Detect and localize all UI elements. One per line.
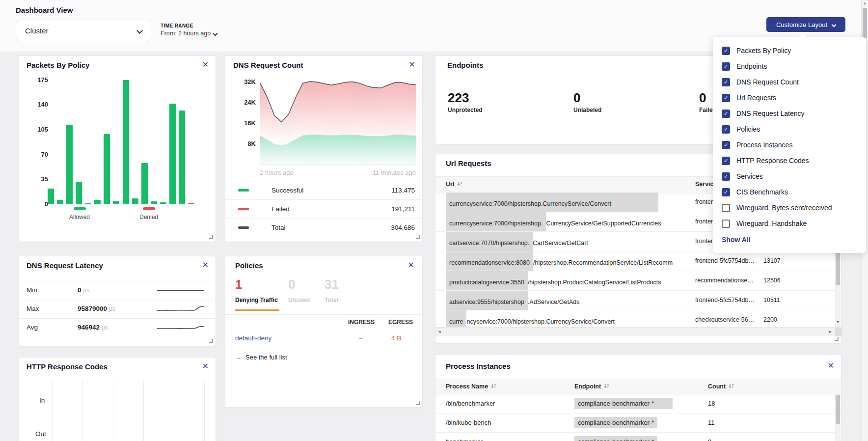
panel-title: Url Requests	[446, 159, 491, 167]
resize-handle[interactable]	[835, 337, 839, 341]
active-tab-underline	[235, 309, 279, 311]
y-tick: 70	[29, 151, 48, 158]
checkbox-icon: ✓	[722, 110, 730, 118]
checkbox-icon: ✓	[722, 62, 730, 71]
menu-item-services[interactable]: ✓Services	[713, 168, 866, 184]
resize-handle[interactable]	[416, 235, 420, 239]
column-endpoint[interactable]: Endpoint	[574, 383, 609, 390]
close-icon[interactable]: ✕	[828, 362, 834, 370]
panel-title: Process Instances	[446, 362, 511, 370]
close-icon[interactable]: ✕	[408, 261, 414, 269]
x-category-allowed: Allowed	[65, 207, 94, 220]
menu-item-process-instances[interactable]: ✓Process Instances	[713, 137, 866, 153]
menu-item-cis-benchmarks[interactable]: ✓CIS Benchmarks	[713, 184, 866, 200]
resize-handle[interactable]	[209, 339, 213, 343]
table-row[interactable]: benchmarker compliance-benchmarker-* 9	[435, 433, 841, 441]
gridline	[52, 381, 53, 441]
latency-table: Min 0 µs Max 95879000 µs Avg 946942 µs	[19, 281, 216, 337]
column-process-name[interactable]: Process Name	[446, 383, 496, 390]
view-selector-value: Cluster	[25, 27, 49, 35]
y-tick: 8K	[235, 140, 256, 147]
menu-item-url-requests[interactable]: ✓Url Requests	[713, 90, 866, 106]
checkbox-icon: ✓	[722, 157, 730, 165]
latency-row-avg: Avg 946942 µs	[19, 318, 216, 337]
tab-total[interactable]: 31 Total	[325, 277, 339, 303]
table-vertical-scrollbar[interactable]	[835, 394, 841, 441]
chevron-down-icon	[832, 22, 837, 27]
checkbox-icon: ✓	[722, 141, 730, 149]
menu-item-dns-request-count[interactable]: ✓DNS Request Count	[713, 74, 866, 90]
y-tick: 140	[29, 101, 48, 108]
customize-layout-button[interactable]: Customize Layout	[766, 17, 845, 32]
panel-dns-request-count: DNS Request Count ✕ 32K 24K 16K 8K 2 hou…	[225, 55, 423, 242]
time-range[interactable]: TIME RANGE From: 2 hours ago	[161, 23, 217, 37]
x-category-denied: Denied	[134, 207, 163, 220]
sort-icon	[729, 383, 734, 390]
sparkline-chart	[157, 323, 204, 332]
menu-item-packets-by-policy[interactable]: ✓Packets By Policy	[713, 43, 866, 58]
show-all-link[interactable]: Show All	[713, 231, 866, 248]
scroll-left-icon[interactable]: ◂	[438, 329, 441, 334]
menu-item-endpoints[interactable]: ✓Endpoints	[713, 58, 866, 74]
total-swatch	[238, 226, 249, 229]
gridline	[143, 381, 144, 441]
table-row[interactable]: productcatalogservice:3550/hipstershop.P…	[435, 271, 841, 291]
resize-handle[interactable]	[416, 401, 420, 405]
scroll-up-icon[interactable]: ▲	[862, 1, 868, 5]
panel-title: DNS Request Latency	[27, 261, 103, 270]
table-row[interactable]: /bin/benchmarker compliance-benchmarker-…	[435, 394, 841, 413]
policy-link[interactable]: default-deny	[235, 334, 271, 342]
menu-item-wireguard-bytes[interactable]: Wireguard. Bytes sent/received	[713, 200, 866, 216]
stat-unlabeled: 0 Unlabeled	[573, 90, 601, 113]
table-horizontal-scrollbar[interactable]: ◂ ▸	[435, 327, 841, 336]
scrollbar-thumb[interactable]	[836, 395, 840, 424]
table-header: Process Name Endpoint Count	[435, 379, 841, 395]
gridline	[174, 381, 174, 441]
checkbox-icon: ✓	[722, 94, 730, 102]
successful-swatch	[238, 189, 249, 192]
tab-denying-traffic[interactable]: 1 Denying Traffic	[235, 277, 278, 303]
menu-item-policies[interactable]: ✓Policies	[713, 121, 866, 137]
scroll-down-icon[interactable]: ▼	[835, 320, 841, 324]
column-url[interactable]: Url	[446, 181, 462, 188]
page-title: Dashboard View	[16, 6, 73, 14]
sort-icon	[457, 181, 462, 188]
gridline	[204, 381, 205, 441]
customize-layout-menu: ✓Packets By Policy ✓Endpoints ✓DNS Reque…	[713, 37, 866, 253]
see-full-list-link[interactable]: →See the full list	[235, 354, 287, 361]
close-icon[interactable]: ✕	[202, 362, 209, 370]
close-icon[interactable]: ✕	[409, 61, 415, 69]
dashboard-page: Dashboard View Cluster TIME RANGE From: …	[0, 0, 868, 441]
checkbox-icon: ✓	[722, 125, 730, 134]
sort-icon	[491, 383, 496, 390]
stat-unprotected: 223 Unprotected	[448, 90, 483, 113]
y-tick: 24K	[235, 99, 256, 106]
menu-item-http-response-codes[interactable]: ✓HTTP Response Codes	[713, 153, 866, 168]
denied-swatch	[143, 207, 155, 210]
chevron-down-icon	[136, 28, 143, 34]
resize-handle[interactable]	[209, 235, 213, 239]
scroll-right-icon[interactable]: ▸	[829, 329, 832, 334]
process-table-body: /bin/benchmarker compliance-benchmarker-…	[435, 394, 841, 441]
sparkline-chart	[157, 304, 204, 314]
table-row[interactable]: adservice:9555/hipstershop.AdService/Get…	[435, 291, 841, 310]
close-icon[interactable]: ✕	[202, 261, 209, 269]
menu-item-wireguard-handshake[interactable]: Wireguard. Handshake	[713, 216, 866, 231]
table-row[interactable]: recommendationservice:8080/hipstershop.R…	[435, 251, 841, 271]
checkbox-icon: ✓	[722, 78, 730, 86]
panel-packets-by-policy: Packets By Policy ✕ 175 140 105 70 35 0 …	[18, 55, 216, 242]
tab-unused[interactable]: 0 Unused	[288, 277, 310, 303]
checkbox-icon: ✓	[722, 47, 730, 55]
view-selector[interactable]: Cluster	[16, 20, 151, 41]
menu-item-dns-request-latency[interactable]: ✓DNS Request Latency	[713, 106, 866, 121]
panel-title: HTTP Response Codes	[27, 362, 108, 371]
y-label-in: In	[39, 397, 45, 404]
page-scrollbar-thumb[interactable]	[863, 8, 867, 38]
table-row[interactable]: /bin/kube-bench compliance-benchmarker-*…	[435, 413, 841, 433]
panel-policies: Policies ✕ 1 Denying Traffic 0 Unused 31…	[225, 256, 423, 408]
column-egress: EGRESS	[388, 319, 413, 326]
column-count[interactable]: Count	[708, 383, 734, 390]
close-icon[interactable]: ✕	[202, 61, 209, 69]
allowed-swatch	[74, 207, 86, 210]
time-range-value: From: 2 hours ago	[161, 30, 211, 37]
